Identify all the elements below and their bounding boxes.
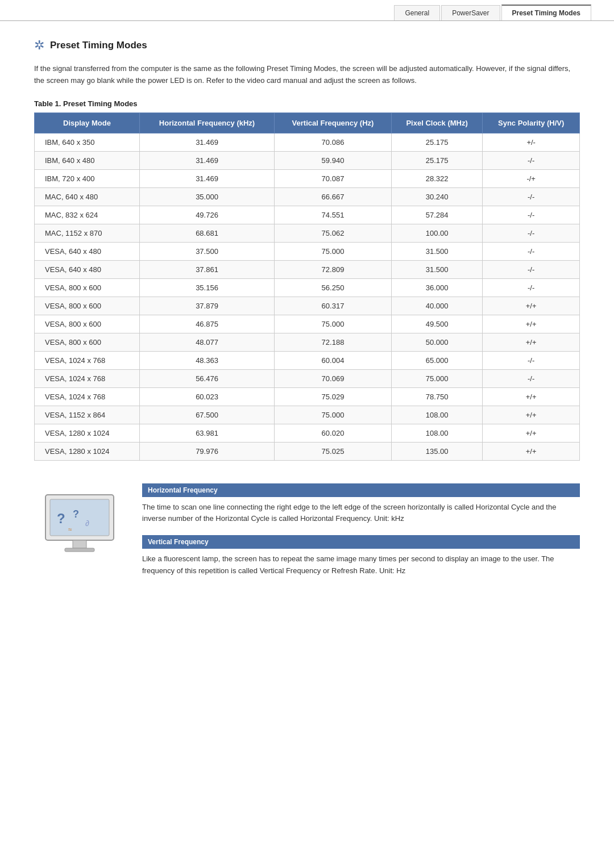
table-cell: 31.500 [391,260,482,278]
table-cell: 108.00 [391,406,482,424]
table-cell: 75.062 [275,224,392,242]
table-cell: VESA, 640 x 480 [35,260,140,278]
table-cell: 37.500 [139,242,274,260]
table-row: VESA, 1280 x 102463.98160.020108.00+/+ [35,424,580,442]
table-cell: -/- [483,187,580,206]
table-cell: 25.175 [391,151,482,169]
table-cell: 108.00 [391,424,482,442]
table-cell: 75.029 [275,387,392,406]
table-cell: -/- [483,351,580,369]
table-cell: 70.069 [275,369,392,387]
table-cell: 49.726 [139,206,274,224]
definition-vertical: Vertical Frequency Like a fluorescent la… [142,535,580,577]
table-cell: 31.500 [391,242,482,260]
table-cell: 49.500 [391,315,482,333]
svg-text:?: ? [57,511,65,526]
table-cell: -/- [483,369,580,387]
table-cell: 56.476 [139,369,274,387]
table-cell: +/+ [483,297,580,315]
svg-text:≈: ≈ [68,525,72,533]
table-cell: +/+ [483,333,580,351]
table-cell: 60.317 [275,297,392,315]
table-row: VESA, 1280 x 102479.97675.025135.00+/+ [35,442,580,460]
col-sync-polarity: Sync Polarity (H/V) [483,112,580,133]
table-cell: 100.00 [391,224,482,242]
table-cell: 28.322 [391,169,482,187]
table-cell: 36.000 [391,278,482,297]
table-cell: 67.500 [139,406,274,424]
definition-horizontal: Horizontal Frequency The time to scan on… [142,483,580,525]
table-cell: 48.077 [139,333,274,351]
table-cell: 46.875 [139,315,274,333]
table-cell: -/- [483,151,580,169]
table-cell: 60.020 [275,424,392,442]
table-row: VESA, 800 x 60048.07772.18850.000+/+ [35,333,580,351]
table-cell: 75.000 [391,369,482,387]
table-cell: 31.469 [139,151,274,169]
tab-general[interactable]: General [394,5,440,20]
table-cell: VESA, 640 x 480 [35,242,140,260]
table-row: VESA, 1024 x 76856.47670.06975.000-/- [35,369,580,387]
monitor-illustration-area: ? ? ∂ ≈ [34,483,125,587]
table-row: VESA, 640 x 48037.86172.80931.500-/- [35,260,580,278]
table-cell: +/+ [483,424,580,442]
table-cell: 31.469 [139,169,274,187]
table-cell: -/- [483,206,580,224]
table-cell: VESA, 1280 x 1024 [35,442,140,460]
table-header-row: Display Mode Horizontal Frequency (kHz) … [35,112,580,133]
top-navigation: General PowerSaver Preset Timing Modes [0,0,614,21]
table-cell: 35.000 [139,187,274,206]
table-cell: VESA, 1024 x 768 [35,351,140,369]
table-cell: +/+ [483,387,580,406]
table-cell: 72.809 [275,260,392,278]
table-cell: 48.363 [139,351,274,369]
table-cell: 59.940 [275,151,392,169]
table-cell: 56.250 [275,278,392,297]
table-cell: MAC, 640 x 480 [35,187,140,206]
table-row: IBM, 720 x 40031.46970.08728.322-/+ [35,169,580,187]
svg-text:?: ? [73,508,79,520]
table-cell: 72.188 [275,333,392,351]
table-cell: IBM, 720 x 400 [35,169,140,187]
table-cell: 135.00 [391,442,482,460]
table-row: MAC, 1152 x 87068.68175.062100.00-/- [35,224,580,242]
horizontal-freq-text: The time to scan one line connecting the… [142,502,580,525]
main-content: ✲ Preset Timing Modes If the signal tran… [0,21,614,610]
table-row: VESA, 800 x 60037.87960.31740.000+/+ [35,297,580,315]
table-cell: 70.086 [275,133,392,151]
table-cell: 37.879 [139,297,274,315]
table-row: MAC, 832 x 62449.72674.55157.284-/- [35,206,580,224]
monitor-svg: ? ? ∂ ≈ [40,489,119,557]
bottom-section: ? ? ∂ ≈ Horizontal Frequency The time to… [34,483,580,587]
col-vertical-freq: Vertical Frequency (Hz) [275,112,392,133]
table-cell: 75.000 [275,315,392,333]
table-cell: 75.000 [275,242,392,260]
col-display-mode: Display Mode [35,112,140,133]
col-pixel-clock: Pixel Clock (MHz) [391,112,482,133]
table-cell: 74.551 [275,206,392,224]
table-cell: 31.469 [139,133,274,151]
table-cell: 66.667 [275,187,392,206]
table-cell: 79.976 [139,442,274,460]
table-cell: +/+ [483,442,580,460]
tab-preset-timing[interactable]: Preset Timing Modes [501,5,591,20]
svg-text:∂: ∂ [85,519,89,528]
table-cell: VESA, 1280 x 1024 [35,424,140,442]
vertical-freq-heading: Vertical Frequency [142,535,580,549]
table-row: VESA, 800 x 60035.15656.25036.000-/- [35,278,580,297]
definitions-area: Horizontal Frequency The time to scan on… [142,483,580,587]
table-cell: 30.240 [391,187,482,206]
table-row: VESA, 640 x 48037.50075.00031.500-/- [35,242,580,260]
table-cell: VESA, 1024 x 768 [35,387,140,406]
table-cell: IBM, 640 x 350 [35,133,140,151]
table-cell: VESA, 800 x 600 [35,333,140,351]
table-row: IBM, 640 x 48031.46959.94025.175-/- [35,151,580,169]
table-cell: 40.000 [391,297,482,315]
table-cell: 37.861 [139,260,274,278]
table-cell: VESA, 1024 x 768 [35,369,140,387]
table-row: MAC, 640 x 48035.00066.66730.240-/- [35,187,580,206]
tab-powersaver[interactable]: PowerSaver [441,5,500,20]
table-cell: -/- [483,260,580,278]
table-cell: +/+ [483,315,580,333]
table-cell: 65.000 [391,351,482,369]
